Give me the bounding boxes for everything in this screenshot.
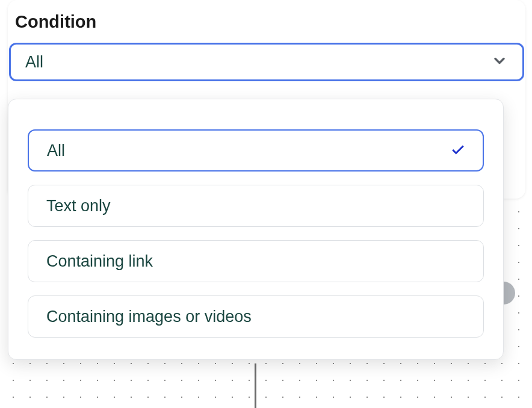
condition-select[interactable]: All bbox=[9, 43, 524, 81]
vertical-divider bbox=[255, 363, 256, 408]
option-containing-link[interactable]: Containing link bbox=[28, 240, 484, 282]
condition-select-value: All bbox=[25, 53, 43, 72]
option-label: All bbox=[47, 141, 65, 160]
option-label: Text only bbox=[46, 197, 111, 215]
condition-dropdown: All Text only Containing link Containing… bbox=[8, 99, 504, 360]
condition-label: Condition bbox=[15, 12, 525, 32]
option-text-only[interactable]: Text only bbox=[28, 185, 484, 227]
option-label: Containing link bbox=[46, 252, 153, 271]
option-label: Containing images or videos bbox=[46, 308, 252, 326]
chevron-down-icon bbox=[491, 52, 508, 72]
option-all[interactable]: All bbox=[28, 129, 484, 172]
check-icon bbox=[450, 141, 466, 159]
option-containing-images-or-videos[interactable]: Containing images or videos bbox=[28, 295, 484, 338]
